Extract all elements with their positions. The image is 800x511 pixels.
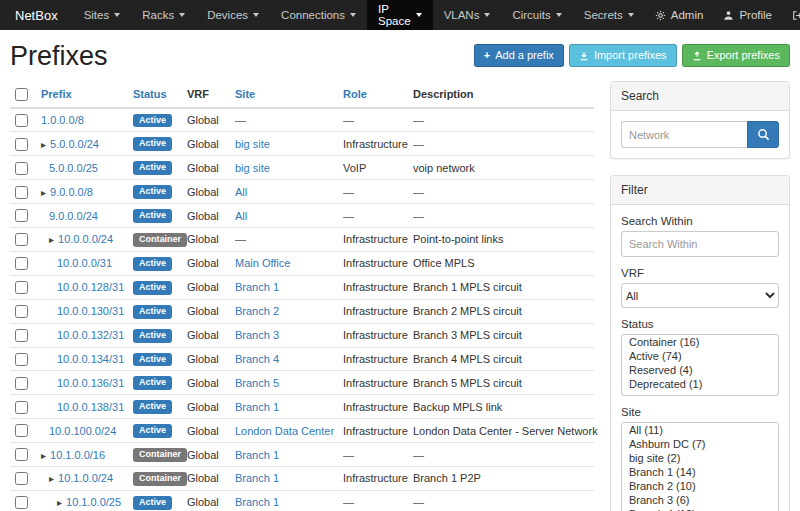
- nav-item-connections[interactable]: Connections: [270, 0, 367, 30]
- nav-item-devices[interactable]: Devices: [196, 0, 270, 30]
- prefix-link[interactable]: 10.1.0.0/25: [66, 496, 121, 508]
- nav-util-profile[interactable]: Profile: [713, 0, 782, 30]
- add-a-prefix-button[interactable]: +Add a prefix: [474, 44, 564, 67]
- row-checkbox[interactable]: [15, 353, 28, 366]
- site-link[interactable]: big site: [235, 162, 270, 174]
- row-checkbox[interactable]: [15, 448, 28, 461]
- row-checkbox[interactable]: [15, 186, 28, 199]
- nav-item-secrets[interactable]: Secrets: [573, 0, 645, 30]
- prefix-link[interactable]: 10.0.0.134/31: [57, 353, 124, 365]
- listbox-option[interactable]: Container (16): [622, 335, 778, 349]
- listbox-option[interactable]: Deprecated (1): [622, 377, 778, 391]
- listbox-option[interactable]: Active (74): [622, 349, 778, 363]
- prefix-link[interactable]: 10.0.0.136/31: [57, 377, 124, 389]
- select-all-checkbox[interactable]: [15, 88, 28, 101]
- expand-arrow-icon[interactable]: ▸: [41, 187, 46, 198]
- row-checkbox[interactable]: [15, 233, 28, 246]
- nav-item-racks[interactable]: Racks: [131, 0, 196, 30]
- prefix-link[interactable]: 10.0.0.132/31: [57, 329, 124, 341]
- site-link[interactable]: London Data Center: [235, 425, 334, 437]
- site-link[interactable]: Branch 1: [235, 472, 279, 484]
- prefix-link[interactable]: 5.0.0.0/24: [50, 138, 99, 150]
- row-checkbox[interactable]: [15, 257, 28, 270]
- expand-arrow-icon[interactable]: ▸: [57, 497, 62, 508]
- site-link[interactable]: All: [235, 210, 247, 222]
- row-checkbox[interactable]: [15, 329, 28, 342]
- search-button[interactable]: [747, 121, 779, 148]
- nav-item-circuits[interactable]: Circuits: [501, 0, 572, 30]
- nav-util-log-out[interactable]: Log out: [782, 0, 800, 30]
- expand-arrow-icon[interactable]: ▸: [49, 473, 54, 484]
- prefix-link[interactable]: 10.0.0.0/31: [57, 257, 112, 269]
- site-link[interactable]: Main Office: [235, 257, 290, 269]
- listbox-option[interactable]: Branch 2 (10): [622, 479, 778, 493]
- listbox-option[interactable]: big site (2): [622, 451, 778, 465]
- status-badge: Active: [133, 281, 172, 295]
- role-cell: Infrastructure: [338, 299, 408, 323]
- column-header-prefix[interactable]: Prefix: [36, 81, 128, 108]
- prefix-link[interactable]: 10.0.0.138/31: [57, 401, 124, 413]
- site-link[interactable]: All: [235, 186, 247, 198]
- description-cell: —: [408, 204, 594, 228]
- expand-arrow-icon[interactable]: ▸: [41, 450, 46, 461]
- brand-logo[interactable]: NetBox: [0, 0, 73, 30]
- nav-item-vlans[interactable]: VLANs: [433, 0, 502, 30]
- vrf-select[interactable]: All: [621, 283, 779, 308]
- row-checkbox[interactable]: [15, 281, 28, 294]
- site-filter-listbox[interactable]: All (11)Ashburn DC (7)big site (2)Branch…: [621, 422, 779, 511]
- site-link[interactable]: Branch 2: [235, 305, 279, 317]
- prefix-link[interactable]: 10.0.0.130/31: [57, 305, 124, 317]
- filter-label-site: Site: [621, 406, 779, 418]
- site-link[interactable]: Branch 3: [235, 329, 279, 341]
- listbox-option[interactable]: Branch 4 (12): [622, 507, 778, 511]
- listbox-option[interactable]: Branch 1 (14): [622, 465, 778, 479]
- nav-item-sites[interactable]: Sites: [73, 0, 132, 30]
- expand-arrow-icon[interactable]: ▸: [49, 234, 54, 245]
- role-cell: Infrastructure: [338, 323, 408, 347]
- site-link[interactable]: Branch 1: [235, 281, 279, 293]
- column-header-site[interactable]: Site: [230, 81, 338, 108]
- site-link[interactable]: Branch 1: [235, 401, 279, 413]
- listbox-option[interactable]: All (11): [622, 423, 778, 437]
- prefix-link[interactable]: 9.0.0.0/24: [49, 210, 98, 222]
- row-checkbox[interactable]: [15, 209, 28, 222]
- row-checkbox[interactable]: [15, 424, 28, 437]
- search-within-input[interactable]: [621, 231, 779, 257]
- row-checkbox[interactable]: [15, 496, 28, 509]
- row-checkbox[interactable]: [15, 114, 28, 127]
- prefix-link[interactable]: 10.1.0.0/24: [58, 472, 113, 484]
- row-checkbox[interactable]: [15, 138, 28, 151]
- nav-util-admin[interactable]: Admin: [645, 0, 714, 30]
- site-link[interactable]: Branch 1: [235, 496, 279, 508]
- prefix-link[interactable]: 10.0.100.0/24: [49, 425, 116, 437]
- site-link[interactable]: Branch 1: [235, 449, 279, 461]
- row-checkbox[interactable]: [15, 162, 28, 175]
- site-link[interactable]: big site: [235, 138, 270, 150]
- column-header-role[interactable]: Role: [338, 81, 408, 108]
- listbox-option[interactable]: Reserved (4): [622, 363, 778, 377]
- site-link[interactable]: Branch 4: [235, 353, 279, 365]
- site-link[interactable]: Branch 5: [235, 377, 279, 389]
- navbar-right: AdminProfileLog out: [645, 0, 800, 30]
- row-checkbox[interactable]: [15, 377, 28, 390]
- listbox-option[interactable]: Ashburn DC (7): [622, 437, 778, 451]
- search-input[interactable]: [621, 121, 747, 148]
- prefix-link[interactable]: 9.0.0.0/8: [50, 186, 93, 198]
- column-header-status[interactable]: Status: [128, 81, 182, 108]
- listbox-option[interactable]: Branch 3 (6): [622, 493, 778, 507]
- row-checkbox[interactable]: [15, 401, 28, 414]
- expand-arrow-icon[interactable]: ▸: [41, 139, 46, 150]
- export-prefixes-button[interactable]: Export prefixes: [682, 44, 790, 67]
- import-prefixes-button[interactable]: Import prefixes: [569, 44, 677, 67]
- prefix-link[interactable]: 10.0.0.128/31: [57, 281, 124, 293]
- prefix-link[interactable]: 5.0.0.0/25: [49, 162, 98, 174]
- status-badge: Container: [133, 448, 187, 462]
- row-checkbox[interactable]: [15, 472, 28, 485]
- role-cell: VoIP: [338, 156, 408, 180]
- status-filter-listbox[interactable]: Container (16)Active (74)Reserved (4)Dep…: [621, 334, 779, 396]
- nav-item-ip-space[interactable]: IP Space: [367, 0, 433, 30]
- row-checkbox[interactable]: [15, 305, 28, 318]
- prefix-link[interactable]: 10.0.0.0/24: [58, 233, 113, 245]
- prefix-link[interactable]: 10.1.0.0/16: [50, 449, 105, 461]
- prefix-link[interactable]: 1.0.0.0/8: [41, 114, 84, 126]
